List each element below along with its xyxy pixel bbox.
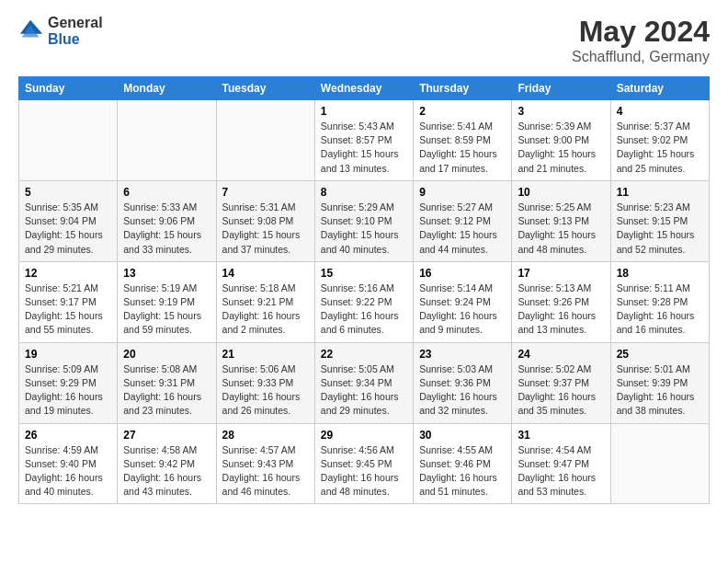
calendar-cell	[19, 100, 118, 181]
day-info: Sunrise: 5:03 AM Sunset: 9:36 PM Dayligh…	[419, 362, 506, 419]
calendar-cell: 31Sunrise: 4:54 AM Sunset: 9:47 PM Dayli…	[512, 423, 610, 504]
calendar-cell: 15Sunrise: 5:16 AM Sunset: 9:22 PM Dayli…	[314, 261, 413, 342]
calendar-cell: 18Sunrise: 5:11 AM Sunset: 9:28 PM Dayli…	[610, 261, 709, 342]
day-number: 5	[25, 186, 111, 199]
title-block: May 2024 Schafflund, Germany	[572, 15, 710, 65]
calendar-cell	[610, 423, 709, 504]
day-info: Sunrise: 5:02 AM Sunset: 9:37 PM Dayligh…	[518, 362, 604, 419]
month-title: May 2024	[572, 15, 710, 49]
header-row: Sunday Monday Tuesday Wednesday Thursday…	[19, 77, 710, 100]
day-number: 4	[617, 105, 703, 118]
page: General Blue May 2024 Schafflund, German…	[0, 0, 728, 519]
calendar-cell	[118, 100, 216, 181]
calendar-cell: 7Sunrise: 5:31 AM Sunset: 9:08 PM Daylig…	[216, 180, 314, 261]
day-info: Sunrise: 5:01 AM Sunset: 9:39 PM Dayligh…	[617, 362, 703, 419]
calendar-cell: 26Sunrise: 4:59 AM Sunset: 9:40 PM Dayli…	[19, 423, 118, 504]
calendar-cell: 14Sunrise: 5:18 AM Sunset: 9:21 PM Dayli…	[216, 261, 314, 342]
day-number: 30	[419, 429, 506, 442]
day-info: Sunrise: 5:19 AM Sunset: 9:19 PM Dayligh…	[123, 282, 210, 338]
calendar-cell: 13Sunrise: 5:19 AM Sunset: 9:19 PM Dayli…	[118, 261, 216, 342]
calendar-cell: 10Sunrise: 5:25 AM Sunset: 9:13 PM Dayli…	[512, 180, 610, 261]
calendar-table: Sunday Monday Tuesday Wednesday Thursday…	[18, 76, 710, 504]
logo-text: General Blue	[48, 15, 103, 47]
day-info: Sunrise: 4:55 AM Sunset: 9:46 PM Dayligh…	[419, 443, 506, 500]
week-row-3: 12Sunrise: 5:21 AM Sunset: 9:17 PM Dayli…	[19, 261, 710, 342]
calendar-cell: 30Sunrise: 4:55 AM Sunset: 9:46 PM Dayli…	[414, 423, 512, 504]
calendar-cell: 17Sunrise: 5:13 AM Sunset: 9:26 PM Dayli…	[512, 261, 610, 342]
calendar-cell: 6Sunrise: 5:33 AM Sunset: 9:06 PM Daylig…	[118, 180, 216, 261]
calendar-cell: 8Sunrise: 5:29 AM Sunset: 9:10 PM Daylig…	[314, 180, 413, 261]
day-number: 26	[25, 429, 111, 442]
day-number: 22	[321, 348, 407, 361]
day-info: Sunrise: 5:18 AM Sunset: 9:21 PM Dayligh…	[222, 282, 309, 338]
day-number: 27	[123, 429, 210, 442]
day-info: Sunrise: 4:57 AM Sunset: 9:43 PM Dayligh…	[222, 443, 309, 500]
day-info: Sunrise: 4:56 AM Sunset: 9:45 PM Dayligh…	[321, 443, 407, 500]
week-row-5: 26Sunrise: 4:59 AM Sunset: 9:40 PM Dayli…	[19, 423, 710, 504]
day-number: 10	[518, 186, 604, 199]
calendar-cell: 28Sunrise: 4:57 AM Sunset: 9:43 PM Dayli…	[216, 423, 314, 504]
day-info: Sunrise: 5:16 AM Sunset: 9:22 PM Dayligh…	[321, 282, 407, 338]
day-info: Sunrise: 5:33 AM Sunset: 9:06 PM Dayligh…	[123, 201, 210, 257]
calendar-cell: 1Sunrise: 5:43 AM Sunset: 8:57 PM Daylig…	[314, 100, 413, 181]
day-info: Sunrise: 5:11 AM Sunset: 9:28 PM Dayligh…	[617, 282, 703, 338]
day-number: 17	[518, 267, 604, 280]
calendar-cell: 12Sunrise: 5:21 AM Sunset: 9:17 PM Dayli…	[19, 261, 118, 342]
logo-blue-text: Blue	[48, 31, 103, 48]
week-row-4: 19Sunrise: 5:09 AM Sunset: 9:29 PM Dayli…	[19, 342, 710, 423]
calendar-cell: 16Sunrise: 5:14 AM Sunset: 9:24 PM Dayli…	[414, 261, 512, 342]
day-info: Sunrise: 4:54 AM Sunset: 9:47 PM Dayligh…	[518, 443, 604, 500]
logo: General Blue	[18, 15, 103, 47]
calendar-cell: 24Sunrise: 5:02 AM Sunset: 9:37 PM Dayli…	[512, 342, 610, 423]
day-info: Sunrise: 5:13 AM Sunset: 9:26 PM Dayligh…	[518, 282, 604, 338]
day-number: 24	[518, 348, 604, 361]
day-number: 8	[321, 186, 407, 199]
day-number: 19	[25, 348, 111, 361]
day-info: Sunrise: 5:14 AM Sunset: 9:24 PM Dayligh…	[419, 282, 506, 338]
day-number: 11	[617, 186, 703, 199]
logo-icon	[18, 18, 44, 44]
logo-general-text: General	[48, 15, 103, 31]
day-info: Sunrise: 5:39 AM Sunset: 9:00 PM Dayligh…	[518, 120, 604, 176]
day-number: 25	[617, 348, 703, 361]
day-info: Sunrise: 5:25 AM Sunset: 9:13 PM Dayligh…	[518, 201, 604, 257]
calendar-cell: 23Sunrise: 5:03 AM Sunset: 9:36 PM Dayli…	[414, 342, 512, 423]
calendar-cell: 5Sunrise: 5:35 AM Sunset: 9:04 PM Daylig…	[19, 180, 118, 261]
day-info: Sunrise: 5:29 AM Sunset: 9:10 PM Dayligh…	[321, 201, 407, 257]
col-tuesday: Tuesday	[216, 77, 314, 100]
day-number: 16	[419, 267, 506, 280]
header: General Blue May 2024 Schafflund, German…	[18, 15, 710, 65]
calendar-cell: 21Sunrise: 5:06 AM Sunset: 9:33 PM Dayli…	[216, 342, 314, 423]
calendar-cell: 19Sunrise: 5:09 AM Sunset: 9:29 PM Dayli…	[19, 342, 118, 423]
day-info: Sunrise: 5:35 AM Sunset: 9:04 PM Dayligh…	[25, 201, 111, 257]
day-info: Sunrise: 5:43 AM Sunset: 8:57 PM Dayligh…	[321, 120, 407, 176]
day-info: Sunrise: 4:58 AM Sunset: 9:42 PM Dayligh…	[123, 443, 210, 500]
day-info: Sunrise: 5:05 AM Sunset: 9:34 PM Dayligh…	[321, 362, 407, 419]
calendar-cell: 9Sunrise: 5:27 AM Sunset: 9:12 PM Daylig…	[414, 180, 512, 261]
day-number: 3	[518, 105, 604, 118]
day-info: Sunrise: 5:06 AM Sunset: 9:33 PM Dayligh…	[222, 362, 309, 419]
week-row-1: 1Sunrise: 5:43 AM Sunset: 8:57 PM Daylig…	[19, 100, 710, 181]
day-info: Sunrise: 4:59 AM Sunset: 9:40 PM Dayligh…	[25, 443, 111, 500]
day-info: Sunrise: 5:08 AM Sunset: 9:31 PM Dayligh…	[123, 362, 210, 419]
day-number: 7	[222, 186, 309, 199]
day-info: Sunrise: 5:31 AM Sunset: 9:08 PM Dayligh…	[222, 201, 309, 257]
col-wednesday: Wednesday	[314, 77, 413, 100]
day-number: 18	[617, 267, 703, 280]
col-thursday: Thursday	[414, 77, 512, 100]
day-number: 14	[222, 267, 309, 280]
day-info: Sunrise: 5:27 AM Sunset: 9:12 PM Dayligh…	[419, 201, 506, 257]
calendar-cell: 3Sunrise: 5:39 AM Sunset: 9:00 PM Daylig…	[512, 100, 610, 181]
day-info: Sunrise: 5:21 AM Sunset: 9:17 PM Dayligh…	[25, 282, 111, 338]
calendar-cell: 20Sunrise: 5:08 AM Sunset: 9:31 PM Dayli…	[118, 342, 216, 423]
calendar-cell: 29Sunrise: 4:56 AM Sunset: 9:45 PM Dayli…	[314, 423, 413, 504]
day-number: 2	[419, 105, 506, 118]
calendar-cell	[216, 100, 314, 181]
day-number: 12	[25, 267, 111, 280]
calendar-cell: 11Sunrise: 5:23 AM Sunset: 9:15 PM Dayli…	[610, 180, 709, 261]
location-title: Schafflund, Germany	[572, 49, 710, 65]
day-info: Sunrise: 5:37 AM Sunset: 9:02 PM Dayligh…	[617, 120, 703, 176]
day-number: 9	[419, 186, 506, 199]
day-info: Sunrise: 5:09 AM Sunset: 9:29 PM Dayligh…	[25, 362, 111, 419]
day-number: 23	[419, 348, 506, 361]
